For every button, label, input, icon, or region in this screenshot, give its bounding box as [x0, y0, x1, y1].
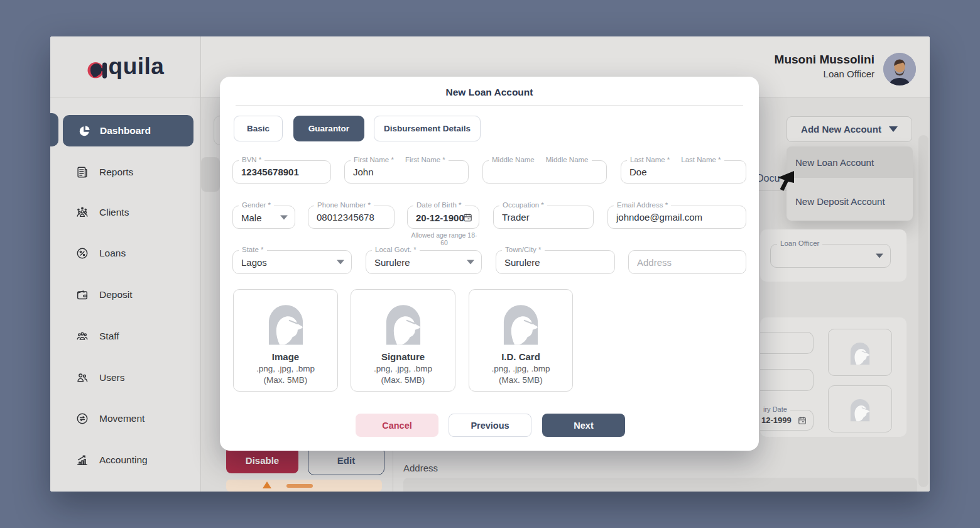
upload-signature-card[interactable]: Signature .png, .jpg, .bmp (Max. 5MB) [351, 289, 455, 392]
document-preview-box[interactable] [828, 385, 892, 432]
add-new-account-button[interactable]: Add New Account [787, 116, 912, 142]
town-city-input[interactable] [496, 251, 614, 273]
sidebar-item-label: Deposit [99, 289, 133, 300]
percent-circle-icon [75, 246, 89, 260]
email-input[interactable] [608, 206, 746, 228]
occupation-field[interactable]: Occupation * [493, 206, 594, 229]
calendar-icon[interactable] [463, 212, 472, 222]
town-city-field[interactable]: Town/City * [496, 250, 615, 274]
sidebar-item-deposit[interactable]: Deposit [75, 285, 133, 304]
last-name-input[interactable] [621, 161, 746, 183]
middle-name-label: Middle Name [492, 156, 535, 163]
bvn-field[interactable]: BVN * [232, 160, 331, 184]
document-preview-box[interactable] [828, 329, 892, 376]
menu-item-new-loan-account[interactable]: New Loan Account [787, 146, 913, 178]
expiry-date-field-partial[interactable]: iry Date 12-1999 [760, 410, 814, 431]
pie-chart-icon [78, 124, 91, 138]
date-of-birth-field[interactable]: Date of Birth * 20-12-1900 [407, 206, 479, 229]
next-button[interactable]: Next [542, 414, 625, 437]
disable-button[interactable]: Disable [226, 447, 298, 473]
state-label: State * [242, 246, 264, 253]
growth-chart-icon [75, 453, 89, 467]
warning-row-partial [226, 480, 382, 492]
address-label: Address [403, 463, 438, 473]
address-input[interactable] [629, 251, 746, 273]
menu-item-new-deposit-account[interactable]: New Deposit Account [787, 185, 913, 217]
cancel-button[interactable]: Cancel [356, 414, 438, 437]
phone-number-label: Phone Number * [317, 201, 371, 209]
email-label: Email Address * [617, 201, 668, 209]
sidebar-item-loans[interactable]: Loans [75, 244, 126, 263]
report-document-icon [75, 165, 89, 179]
sidebar-item-clients[interactable]: Clients [75, 203, 129, 222]
new-loan-account-modal: New Loan Account Basic Guarantor Disburs… [220, 77, 759, 451]
middle-name-input[interactable] [483, 161, 606, 183]
local-govt-value: Surulere [374, 257, 410, 268]
email-field[interactable]: Email Address * [607, 206, 746, 229]
first-name-label: First Name * [354, 156, 394, 163]
bvn-input[interactable] [233, 161, 330, 183]
tab-guarantor[interactable]: Guarantor [293, 116, 364, 141]
last-name-field[interactable]: Last Name *Last Name * [621, 160, 746, 184]
previous-button[interactable]: Previous [449, 414, 531, 437]
occupation-input[interactable] [494, 206, 593, 228]
bvn-label: BVN * [242, 156, 261, 163]
background-tab-documents-partial[interactable]: Docu [756, 173, 780, 184]
eagle-placeholder-icon [846, 395, 874, 424]
upload-max-size: (Max. 5MB) [381, 375, 425, 385]
scrollbar[interactable] [918, 135, 928, 487]
sidebar-item-label: Loans [99, 248, 126, 259]
sidebar-item-staff[interactable]: Staff [75, 327, 119, 346]
tab-disbursement-details[interactable]: Disbursement Details [374, 116, 481, 141]
warning-triangle-icon [263, 481, 271, 488]
collapsed-edge-tab[interactable] [50, 113, 58, 146]
middle-name-field[interactable]: Middle NameMiddle Name [482, 160, 607, 184]
staff-group-icon [75, 329, 89, 343]
logo-text: quila [109, 53, 165, 80]
wallet-icon [75, 288, 89, 302]
upload-image-card[interactable]: Image .png, .jpg, .bmp (Max. 5MB) [233, 289, 338, 392]
last-name-label-duplicate: Last Name * [681, 156, 721, 163]
gender-select[interactable]: Gender * Male [232, 206, 295, 229]
loan-officer-select[interactable]: Loan Officer [770, 244, 891, 268]
background-input-partial[interactable] [760, 369, 814, 391]
address-field[interactable] [628, 250, 746, 274]
loan-officer-panel: Loan Officer [760, 229, 906, 282]
date-of-birth-value: 20-12-1900 [416, 212, 464, 223]
upload-id-card[interactable]: I.D. Card .png, .jpg, .bmp (Max. 5MB) [469, 289, 573, 392]
sidebar-item-dashboard[interactable]: Dashboard [63, 115, 193, 146]
clients-group-stars-icon [75, 206, 89, 219]
phone-number-field[interactable]: Phone Number * [308, 206, 395, 229]
last-name-label: Last Name * [630, 156, 670, 163]
first-name-field[interactable]: First Name *First Name * [344, 160, 469, 184]
sidebar-item-label: Accounting [99, 454, 148, 466]
phone-number-input[interactable] [308, 206, 394, 228]
sidebar-item-accounting[interactable]: Accounting [75, 451, 148, 470]
occupation-label: Occupation * [503, 201, 544, 209]
background-input-partial[interactable] [760, 332, 814, 354]
upload-max-size: (Max. 5MB) [264, 375, 308, 385]
user-name: Musoni Mussolini [775, 53, 874, 67]
upload-formats: .png, .jpg, .bmp [374, 364, 432, 373]
gender-value: Male [241, 212, 262, 223]
calendar-icon [798, 416, 807, 425]
sidebar-item-reports[interactable]: Reports [75, 163, 133, 182]
sidebar-item-label: Dashboard [100, 125, 151, 136]
avatar-image [883, 53, 916, 85]
two-users-icon [75, 371, 89, 385]
mouse-cursor [777, 170, 795, 191]
sidebar: quila Dashboard Reports [50, 36, 201, 492]
dob-helper-text: Allowed age range 18- 60 [407, 231, 481, 246]
chevron-down-icon [876, 254, 883, 258]
sidebar-item-label: Users [99, 372, 124, 383]
state-select[interactable]: State * Lagos [232, 250, 352, 274]
account-type-dropdown: New Loan Account New Deposit Account [787, 146, 913, 221]
tab-basic[interactable]: Basic [234, 116, 283, 141]
sidebar-item-users[interactable]: Users [75, 368, 124, 387]
first-name-input[interactable] [345, 161, 468, 183]
local-govt-select[interactable]: Local Govt. * Surulere [366, 250, 482, 274]
eagle-placeholder-icon [376, 297, 431, 349]
sidebar-item-movement[interactable]: Movement [75, 409, 144, 428]
avatar[interactable] [883, 53, 916, 85]
upload-formats: .png, .jpg, .bmp [491, 364, 550, 373]
